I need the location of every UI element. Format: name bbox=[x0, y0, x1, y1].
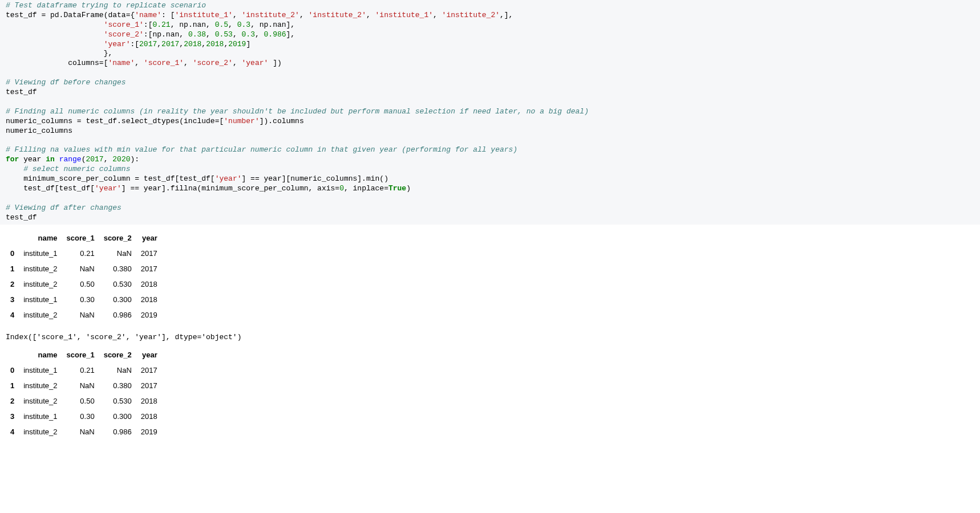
table-cell: 0.50 bbox=[62, 276, 99, 292]
table-cell: institute_2 bbox=[19, 378, 62, 393]
table-row: 3 institute_1 0.30 0.300 2018 bbox=[6, 409, 162, 424]
table-cell: institute_2 bbox=[19, 261, 62, 276]
code-line: for year in range(2017, 2020): bbox=[6, 155, 139, 164]
table-cell: 2019 bbox=[136, 307, 162, 323]
table-cell: institute_2 bbox=[19, 276, 62, 292]
code-line: 'score_1':[0.21, np.nan, 0.5, 0.3, np.na… bbox=[6, 21, 295, 29]
table-cell: 2017 bbox=[136, 378, 162, 393]
code-cell[interactable]: # Test dataframe trying to replicate sce… bbox=[0, 0, 980, 225]
table-cell: NaN bbox=[62, 378, 99, 393]
table-header: score_2 bbox=[99, 347, 136, 363]
table-header bbox=[6, 347, 19, 363]
table-header bbox=[6, 230, 19, 246]
table-cell: 2018 bbox=[136, 393, 162, 409]
code-comment: # Filling na values with min value for t… bbox=[6, 145, 517, 154]
code-line: test_df = pd.DataFrame(data={'name': ['i… bbox=[6, 11, 513, 19]
table-cell: institute_1 bbox=[19, 363, 62, 378]
table-cell: 2017 bbox=[136, 363, 162, 378]
code-comment: # Finding all numeric columns (in realit… bbox=[6, 107, 589, 116]
output-cell: name score_1 score_2 year 0 institute_1 … bbox=[0, 225, 980, 451]
table-cell: institute_2 bbox=[19, 424, 62, 439]
code-line: minimum_score_per_column = test_df[test_… bbox=[6, 174, 388, 183]
code-line: numeric_columns bbox=[6, 127, 72, 135]
table-header: score_1 bbox=[62, 230, 99, 246]
code-comment: # Viewing df after changes bbox=[6, 203, 122, 212]
table-cell: 2018 bbox=[136, 409, 162, 424]
row-index: 3 bbox=[6, 409, 19, 424]
table-cell: 0.50 bbox=[62, 393, 99, 409]
table-cell: 0.300 bbox=[99, 409, 136, 424]
table-cell: 0.300 bbox=[99, 292, 136, 307]
table-cell: institute_1 bbox=[19, 292, 62, 307]
table-cell: 0.986 bbox=[99, 307, 136, 323]
code-comment: # Test dataframe trying to replicate sce… bbox=[6, 1, 206, 10]
table-cell: NaN bbox=[62, 261, 99, 276]
table-header-row: name score_1 score_2 year bbox=[6, 347, 162, 363]
code-line: }, bbox=[6, 49, 112, 58]
row-index: 1 bbox=[6, 378, 19, 393]
table-header: score_2 bbox=[99, 230, 136, 246]
table-cell: 2019 bbox=[136, 424, 162, 439]
code-line: 'year':[2017,2017,2018,2018,2019] bbox=[6, 40, 250, 48]
table-cell: institute_2 bbox=[19, 393, 62, 409]
table-row: 1 institute_2 NaN 0.380 2017 bbox=[6, 378, 162, 393]
row-index: 2 bbox=[6, 393, 19, 409]
table-header: year bbox=[136, 347, 162, 363]
row-index: 2 bbox=[6, 276, 19, 292]
table-cell: institute_1 bbox=[19, 246, 62, 261]
index-output: Index(['score_1', 'score_2', 'year'], dt… bbox=[6, 331, 974, 345]
row-index: 0 bbox=[6, 363, 19, 378]
table-cell: 0.380 bbox=[99, 378, 136, 393]
code-line: columns=['name', 'score_1', 'score_2', '… bbox=[6, 59, 282, 67]
table-row: 4 institute_2 NaN 0.986 2019 bbox=[6, 307, 162, 323]
code-line: 'score_2':[np.nan, 0.38, 0.53, 0.3, 0.98… bbox=[6, 30, 295, 39]
table-row: 1 institute_2 NaN 0.380 2017 bbox=[6, 261, 162, 276]
table-cell: 0.30 bbox=[62, 409, 99, 424]
row-index: 4 bbox=[6, 307, 19, 323]
code-line: test_df bbox=[6, 88, 37, 96]
dataframe-before: name score_1 score_2 year 0 institute_1 … bbox=[6, 230, 162, 323]
row-index: 3 bbox=[6, 292, 19, 307]
table-header-row: name score_1 score_2 year bbox=[6, 230, 162, 246]
code-comment: # Viewing df before changes bbox=[6, 78, 126, 87]
table-cell: NaN bbox=[62, 307, 99, 323]
row-index: 0 bbox=[6, 246, 19, 261]
table-cell: institute_2 bbox=[19, 307, 62, 323]
table-row: 3 institute_1 0.30 0.300 2018 bbox=[6, 292, 162, 307]
code-comment: # select numeric columns bbox=[6, 165, 130, 173]
table-cell: 2018 bbox=[136, 292, 162, 307]
table-row: 4 institute_2 NaN 0.986 2019 bbox=[6, 424, 162, 439]
table-row: 0 institute_1 0.21 NaN 2017 bbox=[6, 246, 162, 261]
table-cell: 0.21 bbox=[62, 363, 99, 378]
table-header: year bbox=[136, 230, 162, 246]
table-cell: 0.530 bbox=[99, 393, 136, 409]
table-cell: institute_1 bbox=[19, 409, 62, 424]
table-header: name bbox=[19, 347, 62, 363]
table-cell: 0.986 bbox=[99, 424, 136, 439]
table-cell: 2018 bbox=[136, 276, 162, 292]
code-line: test_df[test_df['year'] == year].fillna(… bbox=[6, 184, 411, 193]
table-cell: 0.30 bbox=[62, 292, 99, 307]
table-cell: 0.21 bbox=[62, 246, 99, 261]
table-cell: 2017 bbox=[136, 261, 162, 276]
row-index: 4 bbox=[6, 424, 19, 439]
table-header: name bbox=[19, 230, 62, 246]
table-cell: 2017 bbox=[136, 246, 162, 261]
table-cell: 0.530 bbox=[99, 276, 136, 292]
code-line: numeric_columns = test_df.select_dtypes(… bbox=[6, 117, 304, 125]
code-line: test_df bbox=[6, 213, 37, 222]
table-row: 2 institute_2 0.50 0.530 2018 bbox=[6, 393, 162, 409]
dataframe-after: name score_1 score_2 year 0 institute_1 … bbox=[6, 347, 162, 439]
row-index: 1 bbox=[6, 261, 19, 276]
table-cell: 0.380 bbox=[99, 261, 136, 276]
table-cell: NaN bbox=[99, 363, 136, 378]
table-row: 0 institute_1 0.21 NaN 2017 bbox=[6, 363, 162, 378]
table-row: 2 institute_2 0.50 0.530 2018 bbox=[6, 276, 162, 292]
table-cell: NaN bbox=[62, 424, 99, 439]
table-header: score_1 bbox=[62, 347, 99, 363]
table-cell: NaN bbox=[99, 246, 136, 261]
